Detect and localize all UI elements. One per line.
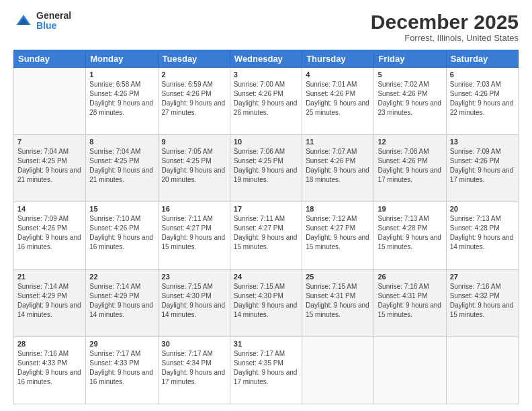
calendar-cell: 30Sunrise: 7:17 AMSunset: 4:34 PMDayligh… [158, 336, 230, 404]
calendar-cell [446, 336, 518, 404]
day-number: 24 [234, 273, 298, 281]
calendar-cell: 26Sunrise: 7:16 AMSunset: 4:31 PMDayligh… [374, 269, 446, 336]
week-row-5: 28Sunrise: 7:16 AMSunset: 4:33 PMDayligh… [14, 336, 519, 404]
calendar-cell: 16Sunrise: 7:11 AMSunset: 4:27 PMDayligh… [158, 202, 230, 269]
day-number: 23 [162, 273, 226, 281]
day-number: 8 [89, 138, 154, 146]
day-number: 22 [89, 273, 154, 281]
logo-text: General Blue [36, 11, 71, 32]
day-number: 12 [378, 138, 442, 146]
month-title: December 2025 [371, 11, 519, 33]
weekday-header-saturday: Saturday [446, 50, 518, 68]
day-number: 17 [234, 205, 298, 213]
day-number: 3 [234, 71, 298, 79]
day-info: Sunrise: 7:01 AMSunset: 4:26 PMDaylight:… [306, 80, 370, 118]
day-number: 1 [89, 71, 154, 79]
day-info: Sunrise: 7:06 AMSunset: 4:25 PMDaylight:… [234, 147, 298, 185]
day-number: 4 [306, 71, 370, 79]
day-info: Sunrise: 7:00 AMSunset: 4:26 PMDaylight:… [234, 80, 298, 118]
calendar-cell: 25Sunrise: 7:15 AMSunset: 4:31 PMDayligh… [302, 269, 374, 336]
day-number: 16 [162, 205, 226, 213]
weekday-header-friday: Friday [374, 50, 446, 68]
calendar-table: SundayMondayTuesdayWednesdayThursdayFrid… [13, 50, 519, 404]
calendar-cell: 24Sunrise: 7:15 AMSunset: 4:30 PMDayligh… [230, 269, 302, 336]
calendar-cell [14, 68, 86, 135]
day-info: Sunrise: 7:13 AMSunset: 4:28 PMDaylight:… [378, 214, 442, 252]
calendar-cell: 22Sunrise: 7:14 AMSunset: 4:29 PMDayligh… [86, 269, 158, 336]
day-info: Sunrise: 7:05 AMSunset: 4:25 PMDaylight:… [162, 147, 226, 185]
day-info: Sunrise: 7:16 AMSunset: 4:32 PMDaylight:… [450, 282, 515, 320]
day-info: Sunrise: 7:14 AMSunset: 4:29 PMDaylight:… [89, 282, 154, 320]
title-block: December 2025 Forrest, Illinois, United … [371, 11, 519, 43]
day-info: Sunrise: 7:16 AMSunset: 4:31 PMDaylight:… [378, 282, 442, 320]
logo-icon [13, 11, 34, 31]
day-info: Sunrise: 7:10 AMSunset: 4:26 PMDaylight:… [89, 214, 154, 252]
calendar-cell: 4Sunrise: 7:01 AMSunset: 4:26 PMDaylight… [302, 68, 374, 135]
day-info: Sunrise: 7:11 AMSunset: 4:27 PMDaylight:… [162, 214, 226, 252]
day-info: Sunrise: 7:12 AMSunset: 4:27 PMDaylight:… [306, 214, 370, 252]
day-info: Sunrise: 7:17 AMSunset: 4:33 PMDaylight:… [89, 349, 154, 387]
day-info: Sunrise: 7:15 AMSunset: 4:30 PMDaylight:… [162, 282, 226, 320]
weekday-header-monday: Monday [86, 50, 158, 68]
calendar-cell: 10Sunrise: 7:06 AMSunset: 4:25 PMDayligh… [230, 135, 302, 202]
calendar-cell: 31Sunrise: 7:17 AMSunset: 4:35 PMDayligh… [230, 336, 302, 404]
day-info: Sunrise: 6:59 AMSunset: 4:26 PMDaylight:… [162, 80, 226, 118]
week-row-3: 14Sunrise: 7:09 AMSunset: 4:26 PMDayligh… [14, 202, 519, 269]
day-number: 30 [162, 340, 226, 348]
day-number: 28 [17, 340, 82, 348]
day-info: Sunrise: 7:14 AMSunset: 4:29 PMDaylight:… [17, 282, 82, 320]
day-number: 21 [17, 273, 82, 281]
calendar-cell [374, 336, 446, 404]
day-number: 27 [450, 273, 515, 281]
day-info: Sunrise: 7:07 AMSunset: 4:26 PMDaylight:… [306, 147, 370, 185]
calendar-cell: 20Sunrise: 7:13 AMSunset: 4:28 PMDayligh… [446, 202, 518, 269]
day-info: Sunrise: 7:17 AMSunset: 4:35 PMDaylight:… [234, 349, 298, 387]
header: General Blue December 2025 Forrest, Illi… [13, 11, 519, 43]
day-number: 20 [450, 205, 515, 213]
day-info: Sunrise: 7:11 AMSunset: 4:27 PMDaylight:… [234, 214, 298, 252]
day-number: 11 [306, 138, 370, 146]
calendar-cell: 18Sunrise: 7:12 AMSunset: 4:27 PMDayligh… [302, 202, 374, 269]
location: Forrest, Illinois, United States [371, 33, 519, 43]
day-info: Sunrise: 7:15 AMSunset: 4:30 PMDaylight:… [234, 282, 298, 320]
day-info: Sunrise: 7:08 AMSunset: 4:26 PMDaylight:… [378, 147, 442, 185]
day-info: Sunrise: 7:09 AMSunset: 4:26 PMDaylight:… [450, 147, 515, 185]
calendar-cell: 3Sunrise: 7:00 AMSunset: 4:26 PMDaylight… [230, 68, 302, 135]
weekday-header-row: SundayMondayTuesdayWednesdayThursdayFrid… [14, 50, 519, 68]
day-info: Sunrise: 7:04 AMSunset: 4:25 PMDaylight:… [17, 147, 82, 185]
calendar-cell [302, 336, 374, 404]
calendar-cell: 2Sunrise: 6:59 AMSunset: 4:26 PMDaylight… [158, 68, 230, 135]
week-row-4: 21Sunrise: 7:14 AMSunset: 4:29 PMDayligh… [14, 269, 519, 336]
day-number: 25 [306, 273, 370, 281]
calendar-cell: 8Sunrise: 7:04 AMSunset: 4:25 PMDaylight… [86, 135, 158, 202]
week-row-2: 7Sunrise: 7:04 AMSunset: 4:25 PMDaylight… [14, 135, 519, 202]
day-number: 14 [17, 205, 82, 213]
day-number: 19 [378, 205, 442, 213]
logo-general: General [36, 11, 71, 21]
day-info: Sunrise: 7:15 AMSunset: 4:31 PMDaylight:… [306, 282, 370, 320]
weekday-header-wednesday: Wednesday [230, 50, 302, 68]
day-info: Sunrise: 7:02 AMSunset: 4:26 PMDaylight:… [378, 80, 442, 118]
day-info: Sunrise: 7:17 AMSunset: 4:34 PMDaylight:… [162, 349, 226, 387]
calendar-cell: 27Sunrise: 7:16 AMSunset: 4:32 PMDayligh… [446, 269, 518, 336]
day-info: Sunrise: 7:09 AMSunset: 4:26 PMDaylight:… [17, 214, 82, 252]
week-row-1: 1Sunrise: 6:58 AMSunset: 4:26 PMDaylight… [14, 68, 519, 135]
calendar-cell: 13Sunrise: 7:09 AMSunset: 4:26 PMDayligh… [446, 135, 518, 202]
day-number: 13 [450, 138, 515, 146]
calendar-cell: 11Sunrise: 7:07 AMSunset: 4:26 PMDayligh… [302, 135, 374, 202]
day-number: 15 [89, 205, 154, 213]
day-number: 18 [306, 205, 370, 213]
calendar-cell: 19Sunrise: 7:13 AMSunset: 4:28 PMDayligh… [374, 202, 446, 269]
day-number: 9 [162, 138, 226, 146]
day-number: 29 [89, 340, 154, 348]
logo: General Blue [13, 11, 71, 32]
day-number: 31 [234, 340, 298, 348]
weekday-header-sunday: Sunday [14, 50, 86, 68]
calendar-cell: 7Sunrise: 7:04 AMSunset: 4:25 PMDaylight… [14, 135, 86, 202]
calendar-cell: 23Sunrise: 7:15 AMSunset: 4:30 PMDayligh… [158, 269, 230, 336]
calendar-cell: 6Sunrise: 7:03 AMSunset: 4:26 PMDaylight… [446, 68, 518, 135]
calendar-cell: 21Sunrise: 7:14 AMSunset: 4:29 PMDayligh… [14, 269, 86, 336]
day-number: 26 [378, 273, 442, 281]
calendar-cell: 1Sunrise: 6:58 AMSunset: 4:26 PMDaylight… [86, 68, 158, 135]
page: General Blue December 2025 Forrest, Illi… [0, 0, 532, 411]
